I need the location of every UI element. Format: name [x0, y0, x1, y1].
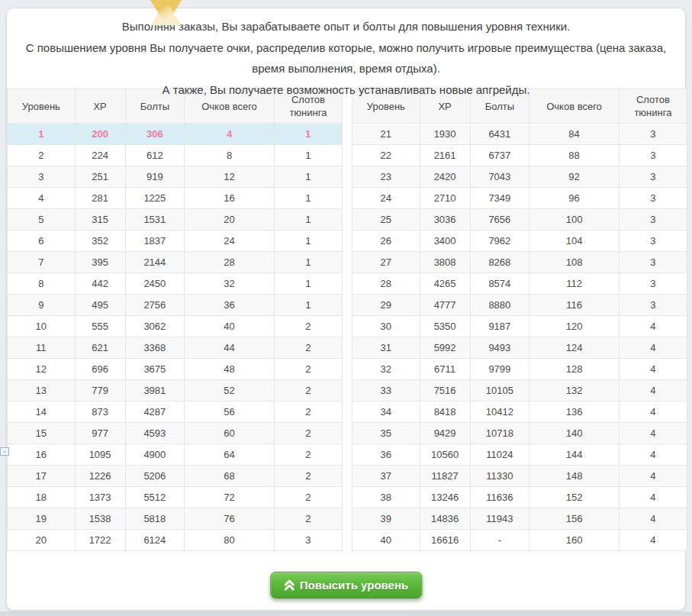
table-row: 3251919121: [8, 166, 343, 188]
table-cell: 3: [619, 295, 687, 316]
table-cell: 3: [274, 530, 342, 551]
table-cell: 9187: [470, 316, 529, 337]
table-row: 148734287562: [8, 402, 343, 423]
table-cell: 11330: [470, 466, 529, 487]
table-row: 29477788801163: [352, 295, 687, 316]
table-cell: 696: [75, 359, 125, 380]
table-cell: 3: [619, 124, 687, 145]
table-cell: 80: [185, 530, 275, 551]
table-cell: 5512: [125, 487, 185, 508]
table-cell: 3: [619, 231, 687, 252]
table-cell: 1930: [420, 124, 470, 145]
table-cell: 152: [529, 487, 620, 508]
table-row: 359429107181404: [352, 423, 687, 444]
table-cell: 4: [619, 402, 687, 423]
table-cell: 72: [185, 487, 275, 508]
table-cell: 128: [529, 359, 620, 380]
table-row: 3813246116361524: [352, 487, 687, 508]
table-row: 105553062402: [8, 316, 343, 337]
table-cell: 4265: [420, 273, 470, 295]
table-cell: 1: [274, 209, 342, 231]
table-cell: 612: [125, 145, 185, 166]
table-cell: 40: [185, 316, 275, 337]
table-cell: 3: [619, 273, 687, 295]
table-cell: 32: [352, 359, 420, 380]
table-cell: 22: [352, 145, 420, 166]
table-cell: 3062: [125, 316, 185, 337]
table-cell: 4: [619, 337, 687, 359]
table-cell: 5350: [420, 316, 470, 337]
table-row: 1915385818762: [8, 508, 343, 530]
table-cell: 19: [8, 508, 76, 530]
table-cell: 104: [529, 231, 620, 252]
table-cell: 144: [529, 444, 620, 466]
table-cell: 13246: [420, 487, 470, 508]
table-row: 2017226124803: [8, 530, 343, 551]
bottom-strip: [0, 611, 692, 616]
table-cell: 1: [274, 273, 342, 295]
table-cell: 1: [274, 231, 342, 252]
table-cell: 3: [619, 209, 687, 231]
table-cell: 124: [529, 337, 620, 359]
table-row: 94952756361: [8, 295, 343, 316]
table-row: 26340079621043: [352, 231, 687, 252]
table-cell: 13: [8, 380, 76, 402]
table-cell: 60: [185, 423, 275, 444]
table-cell: 200: [75, 124, 125, 145]
table-row: 31599294931244: [352, 337, 687, 359]
table-cell: 10105: [470, 380, 529, 402]
table-cell: 6711: [420, 359, 470, 380]
table-row: 137793981522: [8, 380, 343, 402]
table-cell: 4: [8, 188, 76, 209]
table-row: 1813735512722: [8, 487, 343, 508]
table-cell: 1: [274, 145, 342, 166]
table-cell: 224: [75, 145, 125, 166]
table-cell: 6: [8, 231, 76, 252]
table-cell: 2161: [420, 145, 470, 166]
table-row: 2427107349963: [352, 188, 687, 209]
table-cell: 1837: [125, 231, 185, 252]
table-cell: 108: [529, 252, 620, 273]
table-cell: 779: [75, 380, 125, 402]
table-cell: 281: [75, 188, 125, 209]
table-cell: 621: [75, 337, 125, 359]
table-cell: 1: [8, 124, 76, 145]
table-cell: 3: [619, 166, 687, 188]
table-cell: 6124: [125, 530, 185, 551]
table-cell: 2: [274, 423, 342, 444]
table-cell: 148: [529, 466, 620, 487]
level-up-button[interactable]: Повысить уровень: [270, 572, 422, 598]
table-cell: 88: [529, 145, 620, 166]
table-cell: 11943: [470, 508, 529, 530]
table-row: 3914836119431564: [352, 508, 687, 530]
table-cell: 2450: [125, 273, 185, 295]
table-cell: 4: [619, 466, 687, 487]
table-cell: 31: [352, 337, 420, 359]
table-cell: 7516: [420, 380, 470, 402]
table-cell: 8: [8, 273, 76, 295]
table-cell: 84: [529, 124, 620, 145]
table-cell: 12: [8, 359, 76, 380]
table-cell: 28: [352, 273, 420, 295]
table-cell: 16: [8, 444, 76, 466]
table-cell: 9493: [470, 337, 529, 359]
table-cell: 32: [185, 273, 275, 295]
table-row: 222461281: [8, 145, 343, 166]
table-cell: 38: [352, 487, 420, 508]
table-cell: 2: [274, 508, 342, 530]
table-cell: 64: [185, 444, 275, 466]
table-cell: 4777: [420, 295, 470, 316]
table-cell: 156: [529, 508, 620, 530]
table-cell: 39: [352, 508, 420, 530]
table-row: 28426585741123: [352, 273, 687, 295]
table-cell: 48: [185, 359, 275, 380]
table-cell: 11: [8, 337, 76, 359]
table-cell: 23: [352, 166, 420, 188]
table-cell: 555: [75, 316, 125, 337]
table-cell: 7656: [470, 209, 529, 231]
table-cell: 395: [75, 252, 125, 273]
table-cell: 2: [274, 359, 342, 380]
table-cell: 3: [619, 188, 687, 209]
table-cell: 1225: [125, 188, 185, 209]
table-cell: 977: [75, 423, 125, 444]
